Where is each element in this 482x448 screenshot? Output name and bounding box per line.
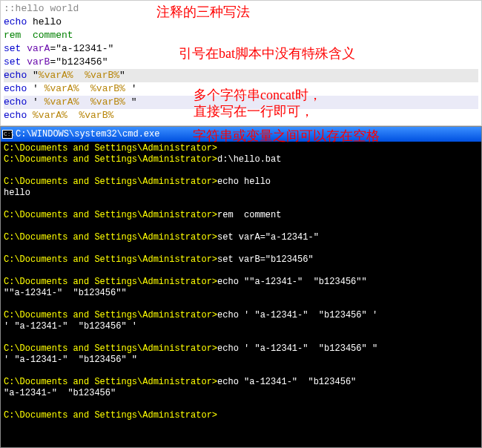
code-token: varB bbox=[21, 56, 50, 67]
code-token: %varA% bbox=[39, 70, 73, 81]
code-token bbox=[79, 83, 90, 94]
code-token: echo bbox=[4, 96, 27, 108]
terminal-command: echo hello bbox=[217, 177, 271, 187]
terminal-line: C:\Documents and Settings\Administrator>… bbox=[4, 343, 478, 355]
terminal-line: "a-12341-" "b123456" bbox=[4, 388, 478, 399]
code-token: %varA% bbox=[44, 83, 79, 94]
code-token: " bbox=[27, 70, 39, 81]
code-token: echo bbox=[4, 110, 27, 121]
code-token bbox=[27, 110, 33, 121]
annotation-quotes: 引号在bat脚本中没有特殊含义 bbox=[179, 47, 355, 60]
terminal-line: C:\Documents and Settings\Administrator>… bbox=[4, 177, 478, 188]
code-token: echo bbox=[4, 83, 27, 94]
code-token: set bbox=[4, 43, 21, 54]
code-token: %varA% bbox=[44, 96, 79, 108]
code-token: ' bbox=[27, 83, 44, 94]
code-token: %varB% bbox=[85, 70, 119, 81]
code-token: echo bbox=[4, 70, 27, 81]
code-token: %varB% bbox=[90, 83, 125, 94]
terminal-prompt: C:\Documents and Settings\Administrator> bbox=[4, 277, 217, 287]
terminal-window: C:\ C:\WINDOWS\system32\cmd.exe C:\Docum… bbox=[0, 126, 482, 448]
terminal-prompt: C:\Documents and Settings\Administrator> bbox=[4, 410, 217, 421]
cmd-icon: C:\ bbox=[2, 130, 13, 139]
terminal-line bbox=[4, 332, 478, 343]
code-token bbox=[67, 110, 79, 121]
code-token: rem bbox=[4, 30, 21, 41]
code-token: "a-12341-" bbox=[56, 43, 113, 54]
code-token: " bbox=[119, 70, 125, 81]
terminal-line: C:\Documents and Settings\Administrator>… bbox=[4, 210, 478, 221]
terminal-line bbox=[4, 399, 478, 410]
terminal-line bbox=[4, 266, 478, 277]
terminal-output[interactable]: C:\Documents and Settings\Administrator>… bbox=[1, 142, 481, 447]
code-token: ' bbox=[27, 96, 44, 108]
code-token: ::hello world bbox=[4, 3, 79, 14]
code-line[interactable]: rem comment bbox=[4, 29, 478, 42]
terminal-prompt: C:\Documents and Settings\Administrator> bbox=[4, 377, 217, 387]
terminal-line: C:\Documents and Settings\Administrator>… bbox=[4, 254, 478, 266]
terminal-line: C:\Documents and Settings\Administrator>… bbox=[4, 277, 478, 288]
code-token: ' bbox=[125, 83, 137, 94]
terminal-line: hello bbox=[4, 188, 478, 199]
code-token: "b123456" bbox=[56, 56, 108, 67]
terminal-line bbox=[4, 165, 478, 177]
code-token: %varB% bbox=[79, 110, 113, 121]
code-token: echo bbox=[4, 16, 27, 27]
annotation-concat-1: 多个字符串concat时， bbox=[194, 88, 322, 102]
terminal-line bbox=[4, 299, 478, 310]
code-token: comment bbox=[21, 30, 73, 41]
terminal-line: C:\Documents and Settings\Administrator>… bbox=[4, 377, 478, 388]
terminal-command: d:\hello.bat bbox=[217, 154, 281, 165]
code-token: varA bbox=[21, 43, 50, 54]
code-token: %varB% bbox=[90, 96, 125, 108]
terminal-prompt: C:\Documents and Settings\Administrator> bbox=[4, 154, 217, 165]
terminal-command: rem comment bbox=[217, 210, 281, 220]
terminal-line bbox=[4, 243, 478, 254]
terminal-line: C:\Documents and Settings\Administrator>… bbox=[4, 154, 478, 165]
terminal-prompt: C:\Documents and Settings\Administrator> bbox=[4, 210, 217, 220]
terminal-command: echo ' "a-12341-" "b123456" " bbox=[217, 343, 377, 354]
terminal-prompt: C:\Documents and Settings\Administrator> bbox=[4, 232, 217, 243]
terminal-command: set varA="a-12341-" bbox=[217, 232, 319, 243]
terminal-command: set varB="b123456" bbox=[217, 254, 314, 265]
terminal-prompt: C:\Documents and Settings\Administrator> bbox=[4, 310, 217, 320]
code-token: hello bbox=[27, 16, 62, 27]
terminal-prompt: C:\Documents and Settings\Administrator> bbox=[4, 143, 217, 154]
code-line[interactable]: echo "%varA% %varB%" bbox=[4, 69, 478, 82]
code-token: set bbox=[4, 56, 21, 67]
terminal-line bbox=[4, 366, 478, 377]
terminal-command: echo ""a-12341-" "b123456"" bbox=[217, 277, 367, 287]
terminal-line bbox=[4, 199, 478, 210]
terminal-line: C:\Documents and Settings\Administrator> bbox=[4, 410, 478, 421]
terminal-prompt: C:\Documents and Settings\Administrator> bbox=[4, 254, 217, 265]
terminal-title: C:\WINDOWS\system32\cmd.exe bbox=[16, 127, 159, 142]
code-token: " bbox=[125, 96, 137, 108]
terminal-line bbox=[4, 221, 478, 232]
code-token bbox=[73, 70, 85, 81]
terminal-line: ' "a-12341-" "b123456" ' bbox=[4, 321, 478, 332]
code-editor[interactable]: ::hello worldecho hellorem commentset va… bbox=[0, 0, 482, 126]
terminal-line: ""a-12341-" "b123456"" bbox=[4, 288, 478, 299]
annotation-concat-2: 直接写在一行即可， bbox=[194, 105, 314, 118]
terminal-line: C:\Documents and Settings\Administrator> bbox=[4, 143, 478, 154]
annotation-comment-styles: 注释的三种写法 bbox=[156, 5, 250, 19]
code-token: %varA% bbox=[33, 110, 67, 121]
code-token bbox=[79, 96, 90, 108]
annotation-concat-3: 字符串或变量之间可以存在空格 bbox=[193, 127, 380, 145]
terminal-line: C:\Documents and Settings\Administrator>… bbox=[4, 232, 478, 243]
terminal-command: echo ' "a-12341-" "b123456" ' bbox=[217, 310, 377, 320]
terminal-line: ' "a-12341-" "b123456" " bbox=[4, 355, 478, 366]
terminal-command: echo "a-12341-" "b123456" bbox=[217, 377, 356, 387]
terminal-prompt: C:\Documents and Settings\Administrator> bbox=[4, 177, 217, 187]
terminal-prompt: C:\Documents and Settings\Administrator> bbox=[4, 343, 217, 354]
terminal-line: C:\Documents and Settings\Administrator>… bbox=[4, 310, 478, 321]
